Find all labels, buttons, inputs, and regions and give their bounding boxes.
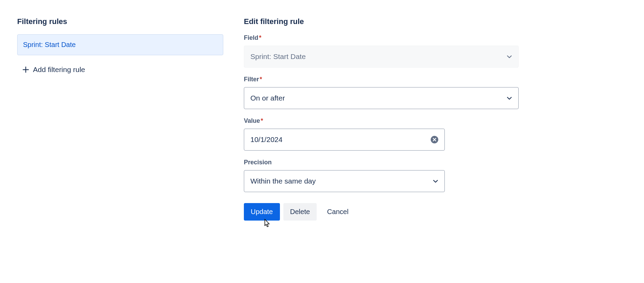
filter-select-value: On or after bbox=[250, 94, 285, 102]
filter-label: Filter* bbox=[244, 76, 519, 83]
required-asterisk: * bbox=[259, 34, 261, 41]
required-asterisk: * bbox=[261, 117, 263, 124]
chevron-down-icon bbox=[507, 54, 512, 59]
update-button[interactable]: Update bbox=[244, 203, 280, 221]
chevron-down-icon bbox=[433, 178, 438, 184]
field-label: Field* bbox=[244, 34, 519, 42]
precision-select[interactable]: Within the same day bbox=[244, 170, 445, 192]
clear-icon[interactable] bbox=[431, 136, 438, 143]
cancel-button[interactable]: Cancel bbox=[320, 203, 355, 221]
plus-icon bbox=[23, 67, 29, 73]
add-rule-label: Add filtering rule bbox=[33, 66, 85, 74]
rule-item-label: Sprint: Start Date bbox=[23, 41, 76, 48]
filtering-rules-panel: Filtering rules Sprint: Start Date Add f… bbox=[17, 17, 223, 221]
value-input[interactable]: 10/1/2024 bbox=[244, 129, 445, 151]
value-input-text: 10/1/2024 bbox=[250, 135, 282, 144]
edit-rule-title: Edit filtering rule bbox=[244, 17, 519, 26]
filtering-rules-title: Filtering rules bbox=[17, 17, 223, 26]
edit-rule-panel: Edit filtering rule Field* Sprint: Start… bbox=[244, 17, 519, 221]
button-row: Update Delete Cancel bbox=[244, 203, 519, 221]
field-select-value: Sprint: Start Date bbox=[250, 52, 306, 61]
field-select[interactable]: Sprint: Start Date bbox=[244, 46, 519, 68]
chevron-down-icon bbox=[507, 95, 512, 101]
filter-select[interactable]: On or after bbox=[244, 87, 519, 109]
add-filtering-rule-button[interactable]: Add filtering rule bbox=[17, 61, 223, 79]
delete-button[interactable]: Delete bbox=[283, 203, 317, 221]
rule-item[interactable]: Sprint: Start Date bbox=[17, 34, 223, 55]
required-asterisk: * bbox=[260, 76, 262, 83]
precision-select-value: Within the same day bbox=[250, 177, 316, 185]
value-label: Value* bbox=[244, 117, 519, 125]
precision-label: Precision bbox=[244, 159, 519, 166]
